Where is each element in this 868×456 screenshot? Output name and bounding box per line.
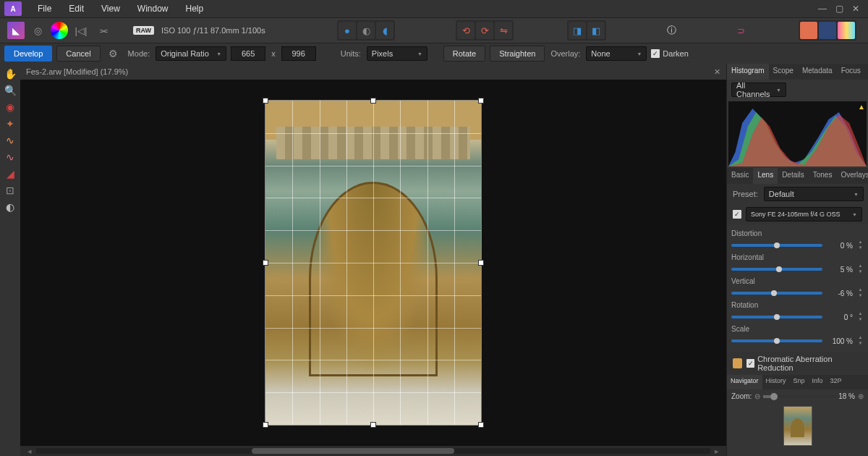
cancel-button[interactable]: Cancel [56,46,100,62]
slider-3[interactable] [731,316,822,318]
subtab-details[interactable]: Details [778,168,809,184]
subtab-tones[interactable]: Tones [809,168,837,184]
slider-2[interactable] [731,292,822,295]
tab-focus[interactable]: Focus [837,64,865,80]
menu-window[interactable]: Window [130,1,176,16]
blemish-tool-icon[interactable]: ✦ [2,117,18,131]
mirror-view-icon[interactable]: ◖ [376,22,393,39]
overlay-brush-icon[interactable]: ∿ [2,133,18,148]
slider-value-3: 0 ° [827,313,853,321]
canvas[interactable] [20,80,726,446]
zoom-slider[interactable] [763,395,835,398]
slider-stepper-2[interactable]: ▲▼ [857,287,864,299]
persona-icon[interactable]: ◣ [7,22,25,39]
share-icon[interactable]: ⫘ [94,22,111,39]
zoom-tool-icon[interactable]: 🔍 [2,83,18,98]
rotate-button[interactable]: Rotate [443,46,485,62]
magnet-icon[interactable]: ⊃ [732,22,749,39]
height-input[interactable] [281,46,316,61]
swatch3-icon[interactable] [838,22,855,39]
units-select[interactable]: Pixels▼ [367,46,427,61]
menu-file[interactable]: File [30,1,59,16]
info-icon[interactable]: ⓘ [663,22,680,39]
subtab-basic[interactable]: Basic [727,168,753,184]
slider-stepper-3[interactable]: ▲▼ [857,311,864,323]
hand-tool-icon[interactable]: ✋ [2,67,18,81]
subtab-overlays[interactable]: Overlays [836,168,868,184]
slider-1[interactable] [731,268,822,271]
darken-checkbox[interactable]: ✓Darken [651,49,688,58]
channels-select[interactable]: All Channels▼ [731,83,786,97]
redeye-tool-icon[interactable]: ◉ [2,100,18,114]
rotate-ccw-icon[interactable]: ⟲ [457,22,475,39]
swatch2-icon[interactable] [819,22,836,39]
menu-view[interactable]: View [94,1,127,16]
flip-icon[interactable]: ⇋ [495,22,512,39]
slider-4[interactable] [731,339,822,342]
crop-handle[interactable] [370,422,376,428]
slider-stepper-0[interactable]: ▲▼ [857,240,864,251]
panel-left-icon[interactable]: ◨ [569,22,586,39]
mode-select[interactable]: Original Ratio▼ [156,46,226,61]
chroma-checkbox[interactable]: ✓Chromatic Aberration Reduction [746,355,862,372]
circle-icon[interactable]: ◎ [29,22,46,39]
maximize-icon[interactable]: ▢ [835,4,843,14]
crop-frame[interactable] [265,100,482,426]
navtab-32p[interactable]: 32P [827,375,846,389]
close-tab-icon[interactable]: ✕ [714,67,720,77]
crop-handle[interactable] [478,260,484,266]
slider-stepper-1[interactable]: ▲▼ [857,263,864,275]
tab-histogram[interactable]: Histogram [727,64,769,80]
whitebalance-tool-icon[interactable]: ◐ [2,200,18,214]
gear-icon[interactable]: ⚙ [105,45,122,62]
preset-select[interactable]: Default▼ [764,187,864,201]
tab-metadata[interactable]: Metadata [798,64,837,80]
slider-value-4: 100 % [827,337,853,345]
crop-handle[interactable] [370,98,376,104]
lens-select[interactable]: Sony FE 24-105mm f/4 G OSS▼ [746,207,862,221]
split-view-icon[interactable]: ◐ [357,22,375,39]
navtab-info[interactable]: Info [809,375,827,389]
swatch1-icon[interactable] [800,22,817,39]
navtab-history[interactable]: History [762,375,790,389]
crop-handle[interactable] [478,98,484,104]
zoom-in-icon[interactable]: ⊕ [858,392,864,400]
navtab-snp[interactable]: Snp [790,375,809,389]
slider-0[interactable] [731,244,822,247]
zoom-out-icon[interactable]: ⊖ [754,392,760,400]
slider-stepper-4[interactable]: ▲▼ [857,335,864,347]
minimize-icon[interactable]: — [818,4,827,14]
horizontal-scrollbar[interactable]: ◂▸ [20,446,726,456]
crop-tool-icon[interactable]: ⊡ [2,183,18,198]
rotate-cw-icon[interactable]: ⟳ [476,22,493,39]
raw-badge: RAW [133,26,154,35]
preset-label: Preset: [733,190,758,198]
width-input[interactable] [231,46,265,61]
document-tab[interactable]: Fes-2.arw [Modified] (17.9%) [26,67,128,76]
tab-scope[interactable]: Scope [769,64,798,80]
navtab-navigator[interactable]: Navigator [727,375,762,389]
color-wheel-icon[interactable] [51,22,68,39]
gradient-tool-icon[interactable]: ◢ [2,166,18,181]
overlay-erase-icon[interactable]: ∿ [2,150,18,164]
crop-handle[interactable] [478,422,484,428]
slider-label-2: Vertical [731,277,864,285]
crop-handle[interactable] [263,98,268,104]
crop-handle[interactable] [263,422,268,428]
overlay-select[interactable]: None▼ [586,46,647,61]
straighten-button[interactable]: Straighten [490,46,545,62]
overlay-label: Overlay: [550,49,580,58]
units-label: Units: [341,49,361,58]
menu-edit[interactable]: Edit [61,1,91,16]
subtab-lens[interactable]: Lens [753,168,778,184]
lens-checkbox[interactable]: ✓ [733,210,741,219]
close-icon[interactable]: ✕ [852,4,859,14]
panel-right-icon[interactable]: ◧ [587,22,605,39]
single-view-icon[interactable]: ● [339,22,356,39]
navigator-thumbnail[interactable] [783,406,812,446]
mirror-icon[interactable]: |◁| [72,22,90,39]
develop-button[interactable]: Develop [4,46,52,62]
menu-help[interactable]: Help [179,1,211,16]
x-label: x [271,49,276,58]
crop-handle[interactable] [263,260,268,266]
